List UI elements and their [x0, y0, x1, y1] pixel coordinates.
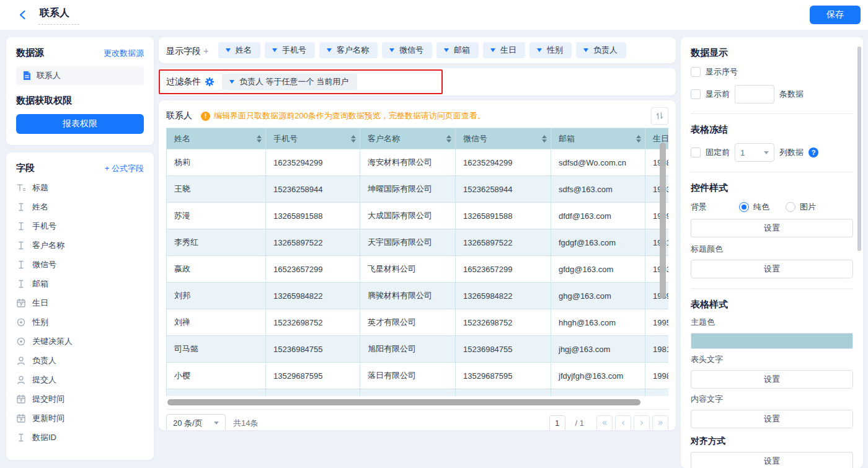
sort-desc-icon	[542, 139, 547, 143]
column-header[interactable]: 手机号	[266, 128, 360, 149]
display-field-chip[interactable]: 微信号	[382, 42, 432, 58]
field-item[interactable]: 客户名称	[16, 236, 144, 255]
show-index-checkbox[interactable]	[691, 67, 701, 77]
field-item[interactable]: 姓名	[16, 197, 144, 216]
field-item[interactable]: 提交人	[16, 370, 144, 389]
display-field-chip[interactable]: 生日	[483, 42, 525, 58]
content-text-setting-button[interactable]: 设置	[691, 410, 853, 428]
table-cell: 13265984822	[266, 283, 360, 309]
table-cell: 16235294299	[456, 149, 551, 176]
sort-carets-icon[interactable]	[446, 135, 451, 143]
settings-scrollbar[interactable]	[857, 46, 861, 251]
display-field-chip[interactable]: 邮箱	[436, 42, 479, 58]
add-display-field-button[interactable]: +	[203, 45, 209, 56]
change-datasource-link[interactable]: 更改数据源	[104, 48, 144, 59]
show-first-count-input[interactable]	[735, 85, 774, 104]
display-field-chip[interactable]: 姓名	[218, 42, 260, 58]
text-field-icon	[16, 241, 26, 250]
field-item[interactable]: 手机号	[16, 216, 144, 236]
field-item[interactable]: 更新时间	[16, 408, 144, 428]
header-text-setting-button[interactable]: 设置	[691, 370, 853, 389]
field-item[interactable]: 标题	[16, 178, 144, 197]
column-header[interactable]: 客户名称	[360, 128, 456, 149]
sort-carets-icon[interactable]	[542, 135, 547, 143]
field-item[interactable]: 邮箱	[16, 274, 144, 293]
datasource-item[interactable]: 联系人	[16, 66, 144, 85]
field-item-label: 生日	[32, 298, 48, 309]
page-total-label: / 1	[575, 418, 584, 428]
field-item[interactable]: 性别	[16, 312, 144, 332]
sort-asc-icon	[542, 135, 547, 138]
field-item-label: 客户名称	[32, 240, 64, 251]
horizontal-scrollbar[interactable]	[167, 399, 640, 405]
bg-solid-option[interactable]: 纯色	[739, 201, 769, 213]
field-item[interactable]: 微信号	[16, 255, 144, 274]
sort-carets-icon[interactable]	[257, 135, 262, 143]
sort-desc-icon	[636, 139, 641, 143]
vertical-scrollbar[interactable]	[660, 143, 666, 299]
column-header-inner: 姓名	[174, 133, 262, 144]
datasource-item-label: 联系人	[37, 70, 61, 81]
display-field-chip[interactable]: 手机号	[265, 42, 315, 58]
save-button[interactable]: 保存	[810, 6, 861, 24]
table-cell: 大成国际有限公司	[360, 203, 456, 229]
page-number-input[interactable]: 1	[549, 415, 565, 431]
freeze-suffix: 列数据	[779, 147, 804, 158]
chevron-down-icon	[764, 151, 769, 154]
back-button[interactable]	[16, 8, 30, 22]
table-cell: 英才有限公司	[360, 309, 456, 336]
field-item[interactable]: 生日	[16, 293, 144, 312]
table-row: 司马懿15236984755旭阳有限公司15236984755jhgj@163.…	[167, 336, 669, 363]
sort-carets-icon[interactable]	[636, 135, 641, 143]
radio-field-icon	[16, 337, 26, 347]
column-header[interactable]: 姓名	[167, 128, 266, 149]
align-setting-button[interactable]: 设置	[691, 452, 853, 468]
field-item[interactable]: 负责人	[16, 351, 144, 370]
filter-condition-chip[interactable]: 负责人 等于任意一个 当前用户	[222, 74, 357, 90]
first-page-button[interactable]: «	[596, 415, 613, 431]
freeze-checkbox[interactable]	[691, 148, 701, 157]
column-header[interactable]: 微信号	[456, 128, 551, 149]
theme-color-swatch[interactable]	[691, 333, 853, 349]
person-icon	[16, 356, 26, 366]
show-first-checkbox[interactable]	[691, 89, 701, 99]
prev-page-icon: ‹	[621, 418, 625, 428]
last-page-button[interactable]: »	[652, 415, 668, 431]
divider	[691, 288, 853, 289]
sort-asc-icon	[257, 135, 262, 138]
table-cell: 13265891588	[266, 203, 360, 229]
table-cell: 杨莉	[167, 149, 266, 176]
column-header[interactable]: 邮箱	[551, 128, 645, 149]
table-row-partial	[167, 389, 669, 397]
page-title[interactable]: 联系人	[38, 6, 79, 25]
next-page-button[interactable]: ›	[634, 415, 650, 431]
table-cell: 1998-05	[645, 363, 669, 389]
help-icon[interactable]: ?	[808, 148, 818, 157]
table-wrapper: 姓名手机号客户名称微信号邮箱生日 杨莉16235294299海安材料有限公司16…	[166, 128, 668, 396]
add-formula-field-link[interactable]: + 公式字段	[105, 163, 144, 174]
table-row: 王晓15236258944坤曜国际有限公司15236258944sdfs@163…	[167, 176, 669, 203]
sort-carets-icon[interactable]	[351, 135, 356, 143]
text-field-icon	[16, 260, 26, 270]
field-item-label: 数据ID	[32, 432, 56, 443]
field-item[interactable]: 关键决策人	[16, 332, 144, 351]
filter-label-text: 过滤条件	[166, 76, 201, 87]
title-color-setting-button[interactable]: 设置	[691, 260, 853, 278]
display-field-chip[interactable]: 负责人	[576, 42, 626, 58]
freeze-count-select[interactable]: 1	[735, 143, 774, 162]
field-item[interactable]: 提交时间	[16, 389, 144, 408]
background-setting-button[interactable]: 设置	[691, 219, 853, 237]
field-item-label: 邮箱	[32, 278, 48, 289]
sort-order-button[interactable]	[651, 107, 668, 125]
gear-icon[interactable]	[205, 77, 215, 87]
display-field-chip[interactable]: 性别	[529, 42, 572, 58]
chevron-down-icon	[272, 48, 277, 52]
display-field-chip[interactable]: 客户名称	[319, 42, 378, 58]
prev-page-button[interactable]: ‹	[615, 415, 631, 431]
table-cell: 小樱	[167, 363, 266, 389]
freeze-count-value: 1	[740, 148, 745, 157]
field-item[interactable]: 数据ID	[16, 428, 144, 447]
bg-image-option[interactable]: 图片	[786, 201, 816, 213]
report-permission-button[interactable]: 报表权限	[16, 114, 144, 134]
page-size-select[interactable]: 20 条/页	[166, 414, 226, 431]
